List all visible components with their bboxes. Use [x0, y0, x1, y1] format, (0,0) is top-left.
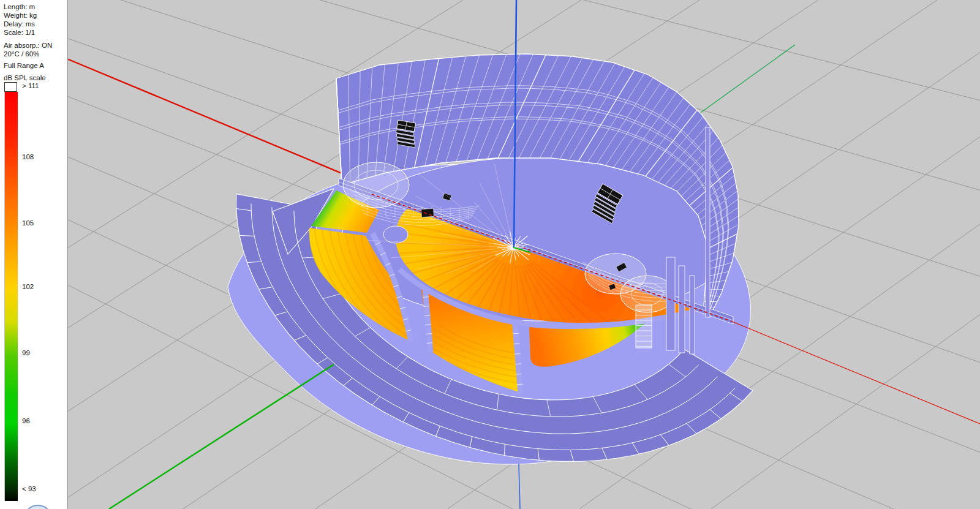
frequency-range-label: Full Range A: [4, 62, 44, 69]
spl-scale-tick-label: 96: [22, 417, 30, 424]
temperature-humidity: 20°C / 60%: [4, 50, 52, 58]
spl-scale-title: dB SPL scale: [4, 74, 46, 81]
delay-unit: Delay: ms: [4, 20, 37, 28]
spl-scale-bottom-label: < 93: [22, 485, 36, 492]
air-absorption-state: Air absorp.: ON: [4, 41, 52, 50]
orientation-compass-icon[interactable]: [23, 505, 53, 509]
spl-scale-top-swatch: [4, 82, 17, 92]
spl-scale-tick-label: 108: [22, 153, 34, 160]
spl-scale-tick-label: 102: [22, 283, 34, 290]
spl-scale-top-label: > 111: [22, 82, 39, 89]
aisle-landing: [383, 226, 408, 243]
stage-stairs: [636, 305, 652, 348]
viewport-3d[interactable]: [0, 0, 980, 509]
x-axis: [58, 55, 386, 192]
weight-unit: Weight: kg: [4, 11, 37, 20]
spl-scale-tick-label: 99: [22, 349, 30, 356]
info-sidebar: Length: m Weight: kg Delay: ms Scale: 1/…: [0, 0, 68, 509]
scale-ratio: Scale: 1/1: [4, 28, 37, 37]
air-absorption-info: Air absorp.: ON 20°C / 60%: [4, 41, 52, 58]
units-info: Length: m Weight: kg Delay: ms Scale: 1/…: [4, 2, 37, 37]
spl-scale-tick-label: 105: [22, 219, 34, 227]
x-axis-right: [731, 321, 980, 424]
spl-color-scale-bar: [4, 92, 18, 501]
y-axis-front: [109, 364, 334, 509]
length-unit: Length: m: [4, 2, 37, 11]
